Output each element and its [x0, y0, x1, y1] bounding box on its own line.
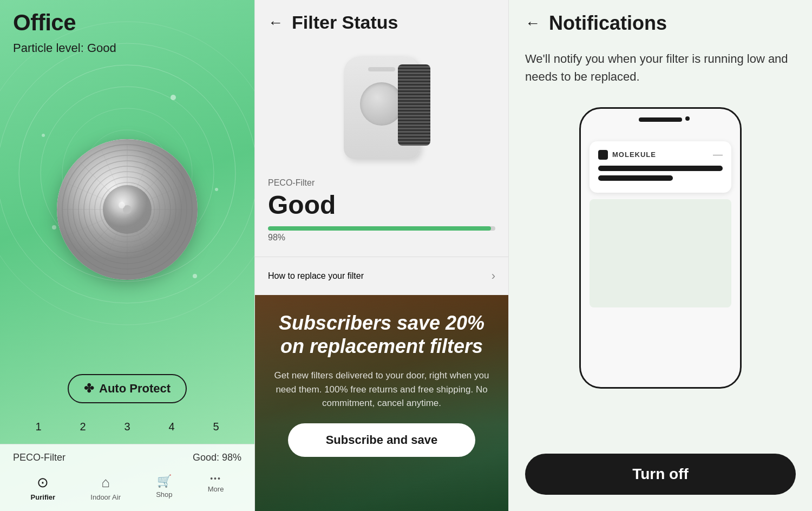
indoor-air-nav-icon: ⌂ [101, 474, 110, 491]
notification-card: MOLEKULE — [590, 141, 731, 193]
office-footer: PECO-Filter Good: 98% ⊙ Purifier ⌂ Indoo… [0, 444, 254, 511]
filter-back-button[interactable]: ← [268, 14, 283, 31]
speed-5[interactable]: 5 [213, 421, 219, 433]
panel-notifications: ← Notifications We'll notify you when yo… [509, 0, 812, 511]
phone-frame: MOLEKULE — [579, 107, 742, 389]
notifications-back-button[interactable]: ← [525, 15, 540, 32]
panel-office: Office Particle level: Good [0, 0, 254, 511]
auto-protect-button[interactable]: ✤ Auto Protect [68, 374, 187, 403]
nav-more-label: More [208, 485, 224, 493]
purifier-image [328, 48, 436, 167]
speed-3[interactable]: 3 [124, 421, 130, 433]
replace-filter-text: How to replace your filter [268, 271, 364, 281]
subscribe-button[interactable]: Subscribe and save [288, 423, 476, 457]
purifier-filter-panel [398, 64, 430, 146]
fan-icon: ✤ [84, 382, 94, 396]
notif-app-info: MOLEKULE [598, 150, 656, 160]
phone-screen-content [590, 199, 731, 307]
nav-more[interactable]: ••• More [208, 474, 224, 501]
bottom-nav: ⊙ Purifier ⌂ Indoor Air 🛒 Shop ••• More [13, 470, 241, 503]
notif-app-name: MOLEKULE [612, 150, 656, 159]
nav-purifier[interactable]: ⊙ Purifier [31, 474, 56, 501]
phone-mockup-area: MOLEKULE — [509, 102, 812, 443]
filter-panel-title: Filter Status [292, 12, 398, 33]
nav-shop-label: Shop [156, 490, 172, 499]
notif-card-header: MOLEKULE — [598, 149, 723, 160]
notif-dismiss-icon[interactable]: — [713, 149, 723, 160]
filter-status: Good: 98% [193, 452, 241, 463]
filter-image-area [255, 43, 508, 178]
promo-subtext: Get new filters delivered to your door, … [271, 369, 492, 410]
nav-purifier-label: Purifier [31, 493, 56, 501]
promo-background: Subscribers save 20% on replacement filt… [255, 295, 508, 511]
office-title: Office [13, 10, 241, 36]
speed-2[interactable]: 2 [80, 421, 86, 433]
turn-off-area: Turn off [509, 443, 812, 511]
promo-banner: Subscribers save 20% on replacement filt… [255, 295, 508, 511]
notif-line-2 [598, 175, 673, 181]
notifications-header: ← Notifications [509, 0, 812, 44]
shop-nav-icon: 🛒 [157, 474, 172, 488]
auto-protect-label: Auto Protect [99, 382, 171, 396]
promo-headline: Subscribers save 20% on replacement filt… [271, 311, 492, 358]
filter-panel-header: ← Filter Status [255, 0, 508, 43]
nav-shop[interactable]: 🛒 Shop [156, 474, 172, 501]
filter-label: PECO-Filter [13, 452, 66, 463]
notifications-description: We'll notify you when your filter is run… [509, 44, 812, 102]
filter-condition-label: Good [268, 190, 495, 220]
speed-1[interactable]: 1 [35, 421, 41, 433]
notif-line-1 [598, 166, 723, 171]
filter-progress-fill [268, 226, 491, 231]
turn-off-button[interactable]: Turn off [525, 454, 796, 495]
filter-status-bar: PECO-Filter Good: 98% [13, 452, 241, 463]
nav-indoor-air[interactable]: ⌂ Indoor Air [90, 474, 121, 501]
filter-progress-label: 98% [268, 233, 495, 243]
purifier-nav-icon: ⊙ [37, 474, 49, 491]
replace-filter-row[interactable]: How to replace your filter › [255, 257, 508, 295]
panel-filter: ← Filter Status PECO-Filter Good 98% How… [254, 0, 509, 511]
filter-progress-container: 98% [268, 226, 495, 243]
svg-point-31 [119, 202, 125, 208]
speed-indicators: 1 2 3 4 5 [0, 421, 254, 433]
nav-indoor-air-label: Indoor Air [90, 493, 121, 501]
filter-info-area: PECO-Filter Good 98% [255, 178, 508, 246]
notif-app-icon [598, 150, 608, 160]
phone-speaker [685, 116, 690, 121]
speed-4[interactable]: 4 [168, 421, 174, 433]
purifier-circle [57, 139, 198, 280]
more-nav-icon: ••• [210, 474, 221, 483]
notifications-title: Notifications [549, 12, 667, 35]
purifier-display [0, 44, 254, 374]
filter-type-label: PECO-Filter [268, 178, 495, 188]
filter-progress-bg [268, 226, 495, 231]
phone-notch [639, 117, 682, 122]
chevron-right-icon: › [492, 269, 495, 283]
